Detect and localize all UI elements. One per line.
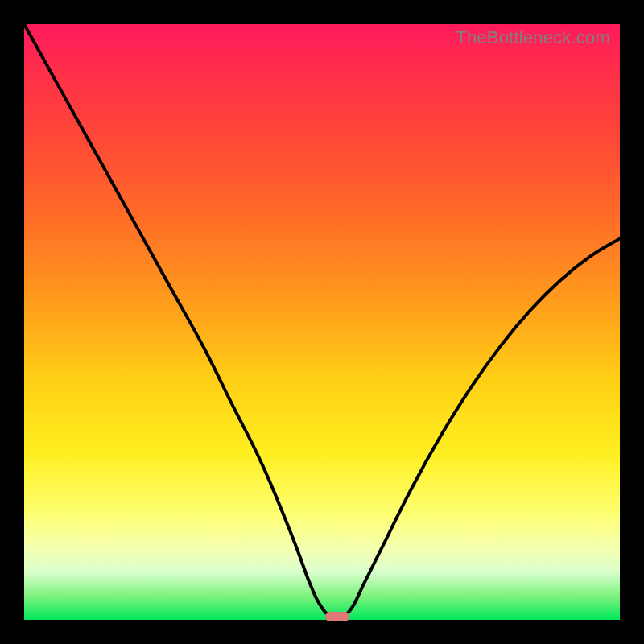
- bottleneck-curve: [24, 24, 620, 620]
- chart-frame: TheBottleneck.com: [0, 0, 644, 644]
- plot-area: TheBottleneck.com: [24, 24, 620, 620]
- optimum-marker: [325, 612, 349, 621]
- curve-path: [24, 24, 620, 621]
